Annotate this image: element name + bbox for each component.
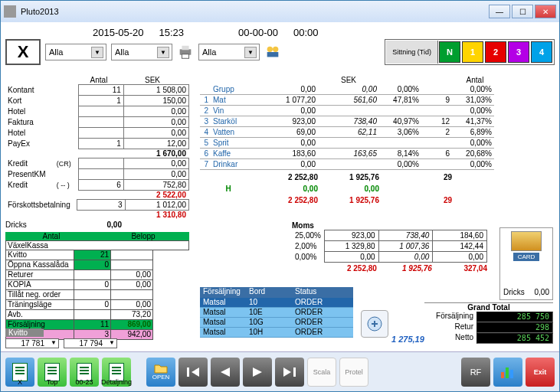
pay-label: Hotel [5,106,54,117]
col-antal: Antal [76,76,122,84]
credits-table: Kredit (CR) 0,00PresentKM 0,00Kredit ( -… [5,158,189,191]
bord-row[interactable]: Matsal10HORDER [200,328,353,338]
op-belopp: 0,00 [111,270,153,280]
op-label: Tillåt neg. order [5,290,74,300]
op-label: Träningsläge [5,300,74,310]
sittning-button-3[interactable]: 3 [508,41,529,63]
moms-label: Moms [292,221,487,230]
moms-sum-a: 2 252,80 [322,264,377,273]
forskott-antal: 3 [77,200,125,211]
pay-sek: 0,00 [123,128,188,139]
gt-value: 298 [476,322,553,333]
bord-row[interactable]: Matsal10EORDER [200,308,353,318]
gt-row2-a: 2 252,80 [257,196,318,204]
tool-rf-button[interactable]: RF [461,358,490,387]
svg-rect-8 [293,368,296,377]
x-button[interactable]: X [5,39,41,65]
gt-h-a: 0,00 [257,185,318,193]
vaxel-hdr-belopp: Belopp [97,232,189,240]
tool-next-button[interactable] [243,358,272,387]
filter-dropdown-3[interactable]: Alla [198,44,260,60]
tool-chart-button[interactable] [493,358,522,387]
filter-dropdown-2[interactable]: Alla [111,44,172,60]
op-belopp: 73,20 [111,310,153,320]
tool-scala-button[interactable]: Scala [307,358,336,387]
folder-icon [154,363,168,374]
dricks-value: 0,00 [76,220,122,229]
pay-label: Kontant [5,85,54,96]
kvitto-to[interactable]: 17 794 [64,338,117,348]
op-antal [74,310,111,320]
group-icon[interactable] [264,44,281,60]
gt-h-b: 0,00 [318,185,379,193]
op-antal [74,290,111,300]
first-arrow-icon [185,366,201,378]
group-row: 1Mat 1 077,20561,60 47,81%931,03% [200,95,545,106]
pay-label: Hotel [5,128,54,139]
bord-sum: 1 275,19 [391,335,424,344]
op-label: Avb. [5,310,74,320]
pay-sek: 0,00 [123,117,188,128]
close-button[interactable]: ✕ [535,5,556,18]
pay-sek: 150,00 [123,96,188,106]
group-row: 7Drinkar 0,00 0,00%0,00% [200,159,545,170]
pay-antal: 1 [79,96,124,106]
moms-pct: 0,00% [292,252,324,263]
tool-open-button[interactable]: OPEN [146,358,175,387]
tool-last-button[interactable] [275,358,304,387]
zero-date-display: 00-00-00 00:00 [238,27,319,38]
toolbar: X Top 00-23 Detaljning OPEN [1,351,559,391]
credit-antal [79,158,124,169]
svg-rect-7 [187,368,189,377]
pay-antal [79,128,124,139]
tool-protel-button[interactable]: Protel [339,358,368,387]
svg-rect-1 [182,46,188,51]
sittning-button-2[interactable]: 2 [485,41,506,63]
credit-sek: 0,00 [123,158,188,169]
prev-arrow-icon [218,366,233,378]
moms-b: 1 007,36 [378,241,433,252]
op-label: Öppna Kassalåda [5,260,74,270]
sittning-button-4[interactable]: 4 [531,41,552,63]
card-box[interactable]: CARD Dricks 0,00 [499,227,553,300]
pay-antal [79,117,124,128]
moms-b: 0,00 [378,252,433,263]
card-label: CARD [513,253,540,261]
card-icon [511,231,542,251]
card-dricks-label: Dricks [503,288,525,296]
op-antal: 0 [74,300,111,310]
sittning-button-1[interactable]: 1 [462,41,483,63]
kvitto-from[interactable]: 17 781 [5,338,59,348]
payment-pane: Antal SEK Kontant 11 1 508,00Kort 1 150,… [5,76,189,340]
scroll-button[interactable] [361,310,388,338]
forskott-table: Förskottsbetalning 3 1 012,00 [5,199,189,211]
group-row: 5Sprit 0,00 0,00% [200,138,545,149]
credit-sub: (CR) [54,158,79,169]
current-time: 15:23 [159,27,185,38]
op-label: Kvitto [5,250,74,260]
current-date: 2015-05-20 [93,27,144,38]
printer-icon[interactable] [177,44,194,60]
bord-row[interactable]: Matsal10ORDER [200,298,353,308]
tool-prev-button[interactable] [211,358,240,387]
bord-row[interactable]: Matsal10GORDER [200,318,353,328]
pay-label: Kort [5,96,54,106]
tool-exit-button[interactable]: Exit [526,358,555,387]
gt-row1-a: 2 252,80 [257,173,318,181]
group-row: 3Starköl 923,00738,40 40,97%1241,37% [200,116,545,127]
tool-first-button[interactable] [178,358,208,387]
sittning-button-N[interactable]: N [439,41,460,63]
bord-header: Försäljning Bord Status [200,287,353,298]
forskott-subtotal: 1 310,80 [5,211,189,219]
credit-label: Kredit [5,158,54,169]
gt-row1-c: 29 [421,173,452,181]
credit-antal [79,169,124,180]
gt-value: 285 750 [476,312,553,322]
svg-rect-5 [267,52,279,57]
filter-dropdown-1[interactable]: Alla [45,44,106,60]
grand-total: Grand Total Försäljning 285 750Retur 298… [424,302,553,344]
maximize-button[interactable]: ☐ [512,5,533,18]
moms-table: 25,00% 923,00 738,40 184,602,00% 1 329,8… [292,230,487,263]
moms-c: 0,00 [433,252,487,263]
minimize-button[interactable]: — [489,5,510,18]
